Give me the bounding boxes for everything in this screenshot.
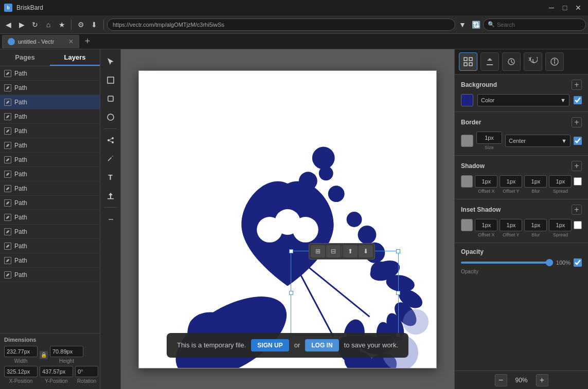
back-button[interactable]: ◀ bbox=[2, 18, 14, 31]
y-input[interactable] bbox=[42, 368, 70, 375]
more-tool[interactable]: ··· bbox=[102, 211, 119, 227]
layer-item-0[interactable]: Path bbox=[0, 66, 100, 81]
bookmark-button[interactable]: ★ bbox=[56, 18, 68, 31]
canvas-area[interactable]: T ··· bbox=[100, 49, 454, 389]
height-input[interactable] bbox=[52, 348, 81, 355]
opacity-slider[interactable] bbox=[461, 262, 553, 264]
rect2-tool[interactable] bbox=[102, 90, 119, 107]
notification-text: This is a temporary file. bbox=[177, 341, 246, 349]
upload-tool[interactable] bbox=[102, 188, 119, 204]
layer-item-14[interactable]: Path bbox=[0, 268, 100, 282]
settings-button[interactable]: ⚙ bbox=[75, 18, 87, 31]
address-bar[interactable]: https://vectr.com/tmp/algOMTjzM/c3rhi5iw… bbox=[107, 18, 455, 31]
forward-button[interactable]: ▶ bbox=[15, 18, 28, 31]
context-btn-3[interactable]: ⬆ bbox=[343, 245, 358, 257]
login-button[interactable]: LOG IN bbox=[305, 339, 338, 351]
border-checkbox[interactable] bbox=[574, 137, 582, 145]
context-btn-1[interactable]: ⊞ bbox=[311, 245, 325, 257]
nav-refresh2-button[interactable]: 🔃 bbox=[470, 18, 482, 31]
layer-item-5[interactable]: Path bbox=[0, 138, 100, 153]
shadow-offset-y-input[interactable] bbox=[500, 175, 522, 188]
lock-icon[interactable]: 🔒 bbox=[40, 351, 48, 359]
search-bar[interactable]: 🔍 Search bbox=[483, 18, 586, 31]
ellipse-tool[interactable] bbox=[102, 109, 119, 125]
inset-shadow-add-button[interactable]: + bbox=[572, 205, 582, 215]
inset-shadow-offset-x-input[interactable] bbox=[475, 219, 497, 231]
shadow-offset-y-label: Offset Y bbox=[503, 189, 519, 194]
inset-shadow-spread-input[interactable] bbox=[549, 219, 572, 231]
rp-tab-info[interactable] bbox=[545, 52, 564, 71]
select-tool[interactable] bbox=[102, 53, 119, 70]
rotation-input[interactable] bbox=[78, 368, 96, 375]
maximize-button[interactable]: □ bbox=[559, 2, 571, 13]
shadow-checkbox[interactable] bbox=[574, 177, 582, 186]
zoom-bar: − 90% + bbox=[455, 371, 588, 389]
layer-item-1[interactable]: Path bbox=[0, 81, 100, 95]
new-tab-button[interactable]: + bbox=[81, 35, 94, 48]
layers-tab[interactable]: Layers bbox=[50, 49, 100, 66]
rp-tab-history[interactable] bbox=[524, 52, 542, 71]
signup-button[interactable]: SIGN UP bbox=[251, 339, 289, 351]
x-field: X-Position bbox=[4, 366, 38, 384]
pen-tool[interactable] bbox=[102, 151, 119, 167]
rect-tool[interactable] bbox=[102, 72, 119, 88]
refresh-button[interactable]: ↻ bbox=[29, 18, 41, 31]
shadow-color-swatch[interactable] bbox=[461, 175, 473, 188]
x-input[interactable] bbox=[7, 368, 35, 375]
download-button[interactable]: ⬇ bbox=[88, 18, 100, 31]
layer-item-10[interactable]: Path bbox=[0, 210, 100, 225]
rp-tab-grid[interactable] bbox=[459, 52, 477, 71]
layer-item-2[interactable]: Path bbox=[0, 95, 100, 109]
layer-item-7[interactable]: Path bbox=[0, 167, 100, 181]
background-add-button[interactable]: + bbox=[572, 80, 582, 90]
pages-tab[interactable]: Pages bbox=[0, 49, 50, 66]
inset-shadow-offset-y-field: Offset Y bbox=[500, 219, 522, 237]
inset-shadow-checkbox[interactable] bbox=[574, 221, 582, 229]
layer-item-3[interactable]: Path bbox=[0, 109, 100, 124]
shadow-spread-input[interactable] bbox=[549, 175, 572, 188]
minimize-button[interactable]: ─ bbox=[546, 2, 557, 13]
node-tool[interactable] bbox=[102, 132, 119, 149]
zoom-in-button[interactable]: + bbox=[536, 374, 548, 386]
layer-item-9[interactable]: Path bbox=[0, 196, 100, 210]
layer-item-12[interactable]: Path bbox=[0, 239, 100, 253]
layer-item-6[interactable]: Path bbox=[0, 153, 100, 167]
canvas-white[interactable]: ⊞ ⊟ ⬆ ⬇ This is a temporary file. SIGN U… bbox=[138, 70, 437, 368]
border-size-input[interactable] bbox=[476, 132, 502, 144]
width-input[interactable] bbox=[7, 348, 35, 355]
close-button[interactable]: ✕ bbox=[573, 2, 584, 13]
nav-extra-button[interactable]: ▼ bbox=[456, 18, 469, 31]
background-color-dropdown[interactable]: Color ▼ bbox=[477, 94, 569, 106]
rp-tab-export[interactable] bbox=[480, 52, 499, 71]
context-btn-2[interactable]: ⊟ bbox=[326, 245, 341, 257]
rotation-input-wrap[interactable] bbox=[75, 366, 98, 377]
shadow-add-button[interactable]: + bbox=[572, 161, 582, 171]
shadow-blur-input[interactable] bbox=[524, 175, 547, 188]
text-tool[interactable]: T bbox=[102, 169, 119, 186]
background-checkbox[interactable] bbox=[574, 96, 582, 104]
y-input-wrap[interactable] bbox=[40, 366, 73, 377]
inset-shadow-blur-input[interactable] bbox=[524, 219, 547, 231]
layer-item-11[interactable]: Path bbox=[0, 225, 100, 239]
tab-untitled[interactable]: untitled - Vectr ✕ bbox=[2, 35, 79, 48]
layer-item-13[interactable]: Path bbox=[0, 253, 100, 268]
opacity-checkbox[interactable] bbox=[574, 258, 582, 267]
home-button[interactable]: ⌂ bbox=[42, 18, 55, 31]
border-add-button[interactable]: + bbox=[572, 117, 582, 127]
background-color-swatch[interactable] bbox=[461, 94, 473, 106]
border-position-dropdown[interactable]: Center ▼ bbox=[505, 135, 571, 147]
context-btn-4[interactable]: ⬇ bbox=[359, 245, 373, 257]
tab-close-button[interactable]: ✕ bbox=[68, 38, 74, 45]
width-input-wrap[interactable] bbox=[4, 346, 38, 357]
canvas-illustration bbox=[139, 71, 436, 368]
shadow-offset-x-input[interactable] bbox=[475, 175, 497, 188]
layer-item-8[interactable]: Path bbox=[0, 181, 100, 196]
rp-tab-upload[interactable] bbox=[502, 52, 521, 71]
height-input-wrap[interactable] bbox=[50, 346, 83, 357]
inset-shadow-offset-y-input[interactable] bbox=[500, 219, 522, 231]
layer-item-4[interactable]: Path bbox=[0, 124, 100, 138]
inset-shadow-color-swatch[interactable] bbox=[461, 219, 473, 231]
x-input-wrap[interactable] bbox=[4, 366, 38, 377]
zoom-out-button[interactable]: − bbox=[495, 374, 507, 386]
border-color-swatch[interactable] bbox=[461, 135, 473, 147]
